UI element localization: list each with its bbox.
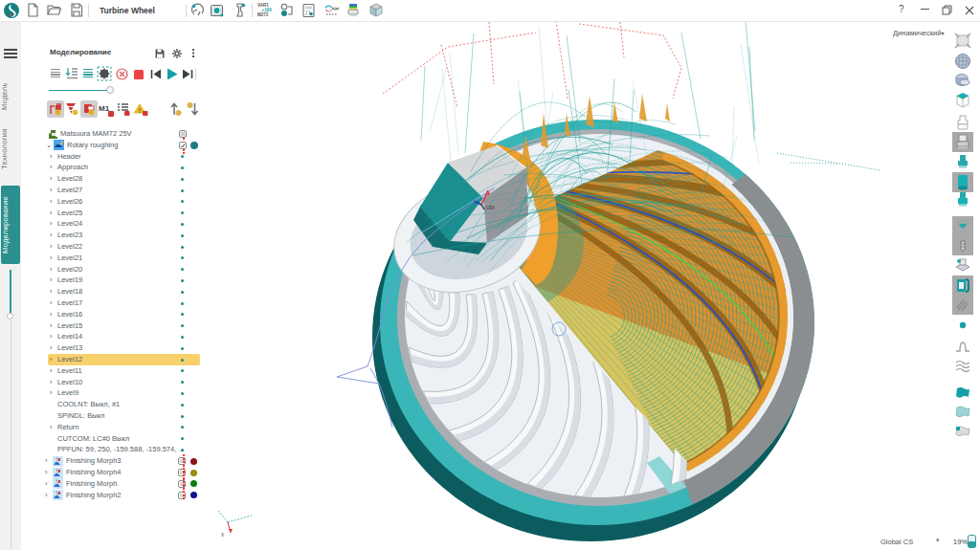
svg-text:X: X [221, 533, 224, 538]
svg-text:!: ! [139, 107, 141, 114]
